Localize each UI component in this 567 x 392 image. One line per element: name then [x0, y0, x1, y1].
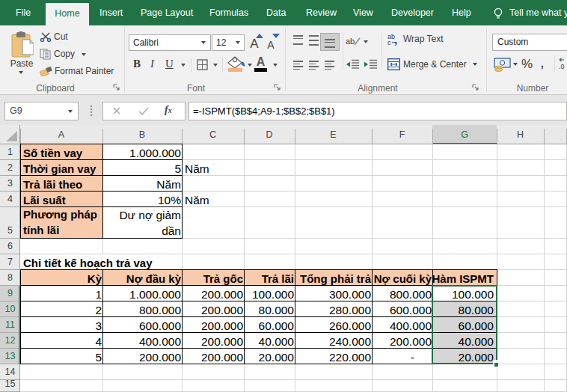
svg-text:c: c	[387, 39, 391, 46]
svg-text:ab: ab	[346, 37, 355, 46]
svg-text:.0: .0	[559, 63, 565, 70]
